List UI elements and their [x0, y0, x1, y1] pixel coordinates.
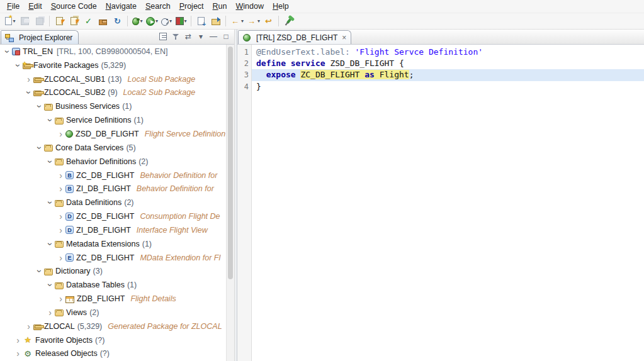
maximize-button[interactable]: □: [220, 31, 232, 42]
dropdown-caret-icon[interactable]: ▾: [140, 18, 142, 24]
dropdown-caret-icon[interactable]: ▾: [184, 18, 187, 24]
menu-search[interactable]: Search: [141, 1, 175, 12]
tree-chevron-icon[interactable]: ›: [56, 294, 65, 303]
activate-all-button[interactable]: [67, 14, 81, 28]
menu-window[interactable]: Window: [232, 1, 268, 12]
filter-button[interactable]: [170, 31, 181, 42]
project-explorer-tab[interactable]: Project Explorer: [1, 30, 79, 44]
tree-item-zc-db-flight[interactable]: ›ZC_DB_FLIGHTMData Extendion for Fl: [0, 251, 226, 265]
tree-chevron-icon[interactable]: ›: [3, 47, 12, 56]
tree-item-zlocal[interactable]: ›ZLOCAL(5,329)Generated Package for ZLOC…: [0, 319, 226, 333]
tree-item-data-definitions[interactable]: ›Data Definitions(2): [0, 196, 226, 209]
save-all-button[interactable]: [33, 14, 46, 28]
minimize-button[interactable]: —: [208, 31, 219, 42]
menu-run[interactable]: Run: [208, 1, 232, 12]
debug-button[interactable]: ▾: [131, 14, 144, 28]
back-button[interactable]: ←▾: [229, 14, 244, 28]
code-token: as: [364, 70, 375, 79]
code-line-4[interactable]: }: [252, 81, 644, 92]
link-with-editor-button[interactable]: ⇄: [183, 31, 194, 42]
transport-organizer-button[interactable]: [96, 14, 110, 28]
tree-chevron-icon[interactable]: ›: [45, 308, 55, 317]
tree-chevron-icon[interactable]: ›: [25, 88, 33, 97]
profile-button[interactable]: ▾: [160, 14, 173, 28]
save-button[interactable]: [18, 14, 31, 28]
tree-chevron-icon[interactable]: ›: [56, 130, 65, 138]
forward-button[interactable]: →▾: [246, 14, 261, 28]
dropdown-caret-icon[interactable]: ▾: [241, 18, 244, 24]
tree-scrollbar[interactable]: [226, 45, 234, 361]
tree-item-service-definitions[interactable]: ›Service Definitions(1): [0, 113, 226, 127]
tree-item-zi-db-flight[interactable]: ›ZI_DB_FLIGHTInterface Flight View: [0, 223, 226, 237]
tree-chevron-icon[interactable]: ›: [46, 116, 55, 125]
tree-chevron-icon[interactable]: ›: [24, 322, 33, 331]
tree-chevron-icon[interactable]: ›: [35, 267, 44, 276]
tree-item-views[interactable]: ›Views(2): [0, 306, 226, 319]
tree-item-favorite-packages[interactable]: ›Favorite Packages(5,329): [0, 58, 226, 72]
tree-item-zc-db-flight[interactable]: ›ZC_DB_FLIGHTBehavior Definition for: [0, 169, 226, 182]
tree-item-trl-en[interactable]: ›TRL_EN[TRL, 100, CB9980000504, EN]: [0, 45, 226, 58]
view-menu-button[interactable]: ▾: [195, 31, 206, 42]
editor-tab[interactable]: [TRL] ZSD_DB_FLIGHT ×: [238, 30, 351, 44]
dropdown-caret-icon[interactable]: ▾: [13, 18, 15, 24]
tree-item-zdb-flight[interactable]: ›ZDB_FLIGHTFlight Details: [0, 292, 226, 306]
menu-file[interactable]: File: [3, 1, 24, 12]
menu-help[interactable]: Help: [268, 1, 293, 12]
tree-item-zsd-db-flight[interactable]: ›ZSD_DB_FLIGHTFlight Servce Definition: [0, 127, 226, 141]
coverage-button[interactable]: ▾: [174, 14, 188, 28]
tree-chevron-icon[interactable]: ›: [14, 60, 23, 70]
tree-chevron-icon[interactable]: ›: [56, 212, 65, 221]
new-abap-object-button[interactable]: [195, 14, 208, 28]
tree-chevron-icon[interactable]: ›: [56, 253, 65, 262]
tree-chevron-icon[interactable]: ›: [35, 143, 44, 152]
dropdown-caret-icon[interactable]: ▾: [169, 18, 172, 24]
last-edit-location-button[interactable]: ↩: [262, 14, 275, 28]
refresh-button[interactable]: ↻: [111, 14, 124, 28]
activate-button[interactable]: [53, 14, 66, 28]
tree-chevron-icon[interactable]: ›: [46, 280, 55, 290]
menu-edit[interactable]: Edit: [24, 1, 47, 12]
dropdown-caret-icon[interactable]: ▾: [155, 18, 158, 24]
tree-item-released-objects[interactable]: ›Released Objects(?): [0, 347, 226, 361]
tree-item-core-data-services[interactable]: ›Core Data Services(5): [0, 141, 226, 155]
ddef-icon: [65, 213, 74, 221]
tree-chevron-icon[interactable]: ›: [35, 102, 44, 111]
tree-chevron-icon[interactable]: ›: [46, 198, 55, 208]
code-line-2[interactable]: define service ZSD_DB_FLIGHT {: [252, 58, 644, 69]
tab-close-icon[interactable]: ×: [342, 34, 346, 42]
code-area[interactable]: @EndUserText.label: 'Flight Servce Defin…: [252, 45, 644, 361]
tree-item-metadata-extensions[interactable]: ›Metadata Extensions(1): [0, 237, 226, 251]
dropdown-caret-icon[interactable]: ▾: [257, 18, 260, 24]
menu-source-code[interactable]: Source Code: [47, 1, 101, 12]
tree-item-behavior-definitions[interactable]: ›Behavior Definitions(2): [0, 155, 226, 169]
view-toolbar: ⇄▾—□: [157, 31, 234, 44]
menu-project[interactable]: Project: [175, 1, 208, 12]
tree-item-zc-db-flight[interactable]: ›ZC_DB_FLIGHTConsumption Flight De: [0, 209, 226, 223]
pin-editor-button[interactable]: [282, 14, 295, 28]
syntax-check-button[interactable]: ✓: [82, 14, 95, 28]
tree-chevron-icon[interactable]: ›: [24, 75, 33, 84]
tree-chevron-icon[interactable]: ›: [56, 226, 65, 235]
code-line-1[interactable]: @EndUserText.label: 'Flight Servce Defin…: [252, 47, 644, 58]
run-button[interactable]: ▾: [145, 14, 159, 28]
tree-chevron-icon[interactable]: ›: [56, 171, 65, 180]
tree-item-zi-db-flight[interactable]: ›ZI_DB_FLIGHTBehavior Definition for: [0, 182, 226, 196]
collapse-all-button[interactable]: [157, 31, 169, 42]
tree-item-zlcocal-sub1[interactable]: ›ZLCOCAL_SUB1(13)Local Sub Package: [0, 72, 226, 86]
open-development-object-button[interactable]: [209, 14, 222, 28]
new-wizard-button[interactable]: ▾: [4, 14, 17, 28]
tree-item-zlcocal-sub2[interactable]: ›ZLCOCAL_SUB2(9)Local2 Sub Package: [0, 86, 226, 100]
menu-navigate[interactable]: Navigate: [101, 1, 141, 12]
tree-chevron-icon[interactable]: ›: [46, 157, 55, 166]
tree-item-favorite-objects[interactable]: ›Favorite Objects(?): [0, 333, 226, 347]
tree-chevron-icon[interactable]: ›: [56, 184, 65, 193]
code-line-3[interactable]: expose ZC_DB_FLIGHT as Flight;: [252, 69, 644, 81]
tree-chevron-icon[interactable]: ›: [46, 239, 55, 248]
tree-scrollbar-thumb[interactable]: [228, 47, 233, 279]
tree-item-dictionary[interactable]: ›Dictionary(3): [0, 265, 226, 279]
tree-item-database-tables[interactable]: ›Database Tables(1): [0, 278, 226, 292]
tree-chevron-icon[interactable]: ›: [13, 349, 23, 358]
tree-chevron-icon[interactable]: ›: [13, 336, 23, 345]
project-explorer-tab-label: Project Explorer: [19, 33, 72, 42]
tree-item-business-services[interactable]: ›Business Services(1): [0, 99, 226, 113]
